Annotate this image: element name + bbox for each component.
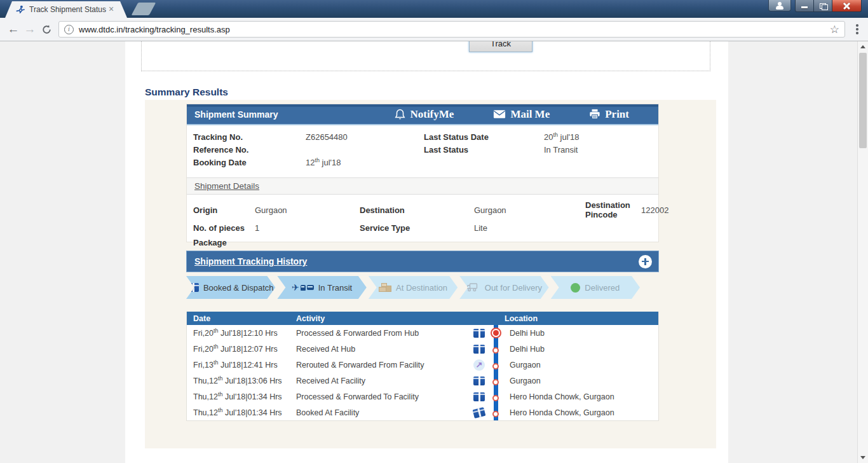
forward-icon[interactable] [22, 21, 38, 38]
new-tab-button[interactable] [132, 3, 156, 15]
origin-label: Origin [193, 199, 255, 221]
last-status-date-value: 20th jul'18 [544, 131, 658, 144]
last-status-value: In Transit [544, 144, 658, 156]
shipment-details-fields: Origin Gurgaon Destination Gurgaon Desti… [187, 195, 658, 250]
row-location: Delhi Hub [501, 329, 658, 338]
row-date: Fri,13th Jul'18|12:41 Hrs [187, 361, 296, 370]
scroll-up-icon[interactable] [858, 41, 868, 52]
package-icon [473, 407, 486, 418]
notifyme-button[interactable]: NotifyMe [395, 108, 454, 121]
scrollbar-thumb[interactable] [859, 53, 867, 148]
reference-no-value [306, 144, 424, 156]
col-location: Location [497, 314, 658, 323]
row-activity: Processed & Forwarded From Hub [296, 329, 468, 338]
tracking-no-label: Tracking No. [193, 131, 306, 144]
green-circle-icon [571, 283, 580, 293]
tracking-form-panel: Track [141, 41, 710, 71]
plane-train-bus-icon [292, 282, 314, 293]
reroute-icon [473, 359, 485, 371]
package-icon [188, 283, 199, 292]
pieces-label: No. of pieces [193, 221, 255, 235]
profile-icon[interactable] [768, 0, 791, 11]
page-scrollbar[interactable] [857, 41, 868, 463]
page-info-icon[interactable] [64, 25, 74, 34]
package-icon [473, 329, 485, 338]
table-row: Thu,12th Jul'18|01:34 Hrs Processed & Fo… [187, 389, 658, 404]
row-activity: Rerouted & Forwarded From Facility [296, 361, 468, 370]
timeline-segment [491, 404, 501, 420]
shipment-summary-panel: Shipment Summary NotifyMe Mail Me Print [186, 104, 659, 242]
step-delivered: Delivered [551, 276, 640, 299]
dest-pincode-label: Destination Pincode [585, 199, 641, 221]
step-booked-dispatch: Booked & Dispatch [186, 276, 275, 299]
timeline-segment [491, 357, 501, 373]
tracking-history-table: Date Activity Location Fri,20th Jul'18|1… [186, 312, 659, 421]
timeline-segment [491, 341, 501, 357]
step-at-destination: At Destination [369, 276, 458, 299]
tab-close-icon[interactable] [107, 5, 116, 14]
package-contents-label: Package contents [193, 235, 255, 250]
tracking-progress-steps: Booked & Dispatch In Transit At Destinat… [186, 276, 640, 299]
browser-tab[interactable]: Track Shipment Status | C [5, 1, 127, 18]
col-date: Date [187, 314, 296, 323]
browser-menu-icon[interactable] [851, 22, 863, 37]
pieces-value: 1 [255, 221, 360, 235]
url-text[interactable]: www.dtdc.in/tracking/tracking_results.as… [79, 25, 830, 34]
timeline-segment [491, 373, 501, 389]
table-row: Fri,13th Jul'18|12:41 Hrs Rerouted & For… [187, 357, 658, 373]
browser-toolbar: www.dtdc.in/tracking/tracking_results.as… [0, 18, 868, 41]
row-date: Thu,12th Jul'18|01:34 Hrs [187, 408, 296, 417]
url-bar[interactable]: www.dtdc.in/tracking/tracking_results.as… [58, 21, 845, 38]
mailme-button[interactable]: Mail Me [493, 108, 550, 121]
delivery-truck-icon [466, 283, 480, 292]
restore-button[interactable] [814, 0, 832, 12]
minimize-button[interactable] [795, 0, 814, 12]
expand-plus-icon[interactable] [639, 255, 652, 268]
last-status-date-label: Last Status Date [424, 131, 544, 144]
row-location: Hero Honda Chowk, Gurgaon [501, 408, 658, 417]
last-status-label: Last Status [424, 144, 544, 156]
timeline-dot [492, 395, 499, 401]
dest-pincode-value: 122002 [641, 199, 668, 221]
print-icon [589, 109, 600, 120]
summary-fields: Tracking No. Z62654480 Last Status Date … [187, 125, 658, 169]
row-activity: Processed & Forwarded To Facility [296, 392, 468, 401]
step-in-transit: In Transit [277, 276, 366, 299]
package-contents-value [255, 235, 360, 250]
timeline-dot [492, 347, 499, 354]
reference-no-label: Reference No. [193, 144, 306, 156]
table-row: Thu,12th Jul'18|01:34 Hrs Booked At Faci… [187, 404, 658, 420]
dtdc-favicon [15, 5, 25, 15]
shipment-summary-header: Shipment Summary NotifyMe Mail Me Print [187, 104, 658, 125]
timeline-segment [491, 325, 501, 341]
tracking-history-header: Shipment Tracking History [186, 251, 659, 272]
shipment-details-link[interactable]: Shipment Details [194, 181, 259, 191]
timeline-current-dot [491, 328, 501, 338]
timeline-segment [491, 389, 501, 404]
row-location: Gurgaon [501, 377, 658, 385]
timeline-dot [492, 411, 499, 417]
reload-icon[interactable] [38, 21, 55, 38]
package-icon [473, 377, 485, 385]
table-row: Thu,12th Jul'18|13:06 Hrs Received At Fa… [187, 373, 658, 389]
timeline-dot [492, 379, 499, 385]
track-button[interactable]: Track [469, 41, 532, 52]
service-type-value: Lite [474, 221, 585, 235]
row-date: Thu,12th Jul'18|01:34 Hrs [187, 392, 296, 401]
close-button[interactable] [832, 0, 862, 12]
row-location: Delhi Hub [501, 345, 658, 354]
bookmark-star-icon[interactable] [830, 23, 839, 36]
back-icon[interactable] [5, 21, 22, 38]
tracking-history-link[interactable]: Shipment Tracking History [194, 256, 307, 266]
package-icon [473, 392, 485, 401]
row-location: Hero Honda Chowk, Gurgaon [501, 392, 658, 401]
scroll-down-icon[interactable] [858, 452, 868, 463]
row-activity: Received At Hub [296, 345, 468, 354]
print-button[interactable]: Print [589, 108, 629, 121]
table-header-row: Date Activity Location [187, 312, 658, 325]
browser-titlebar: Track Shipment Status | C [0, 0, 868, 18]
service-type-label: Service Type [360, 221, 474, 235]
table-row: Fri,20th Jul'18|12:07 Hrs Received At Hu… [187, 341, 658, 357]
tab-title: Track Shipment Status | C [29, 5, 107, 14]
tracking-no-value: Z62654480 [306, 131, 424, 144]
